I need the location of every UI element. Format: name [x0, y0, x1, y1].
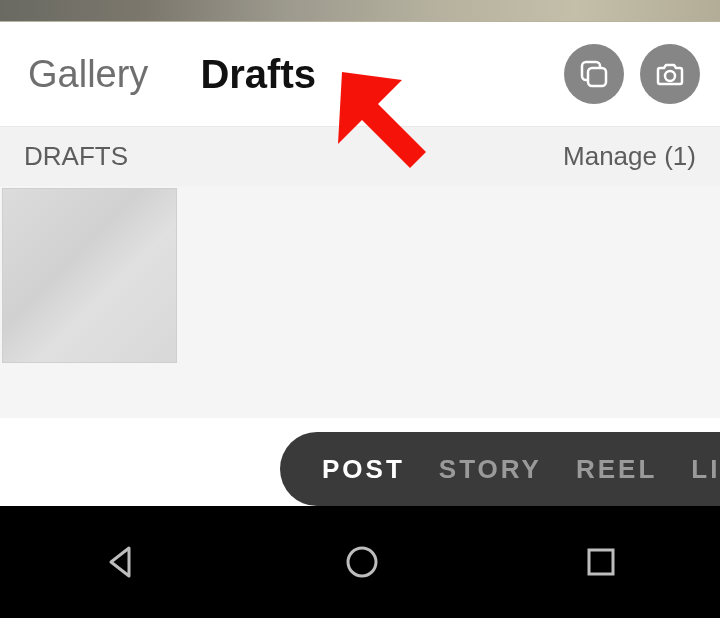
android-nav-bar — [0, 506, 720, 618]
drafts-section-header: DRAFTS Manage (1) — [0, 126, 720, 186]
multi-select-icon — [579, 59, 609, 89]
media-preview-strip — [0, 0, 720, 22]
tab-gallery[interactable]: Gallery — [28, 53, 148, 96]
multi-select-button[interactable] — [564, 44, 624, 104]
tab-drafts[interactable]: Drafts — [200, 52, 316, 97]
nav-home-icon[interactable] — [342, 542, 382, 582]
create-mode-pill: POST STORY REEL LI — [280, 432, 720, 506]
mode-reel[interactable]: REEL — [576, 454, 657, 485]
svg-point-3 — [348, 548, 376, 576]
camera-icon — [654, 58, 686, 90]
nav-recent-icon[interactable] — [583, 544, 619, 580]
manage-drafts-link[interactable]: Manage (1) — [563, 141, 696, 172]
nav-back-icon[interactable] — [101, 542, 141, 582]
drafts-grid — [0, 186, 720, 418]
mode-live[interactable]: LI — [691, 454, 720, 485]
camera-button[interactable] — [640, 44, 700, 104]
draft-thumbnail[interactable] — [2, 188, 177, 363]
svg-point-2 — [665, 71, 675, 81]
source-selector-row: Gallery Drafts — [0, 22, 720, 126]
mode-story[interactable]: STORY — [439, 454, 542, 485]
svg-rect-4 — [589, 550, 613, 574]
section-title: DRAFTS — [24, 141, 128, 172]
svg-rect-1 — [588, 68, 606, 86]
mode-post[interactable]: POST — [322, 454, 405, 485]
